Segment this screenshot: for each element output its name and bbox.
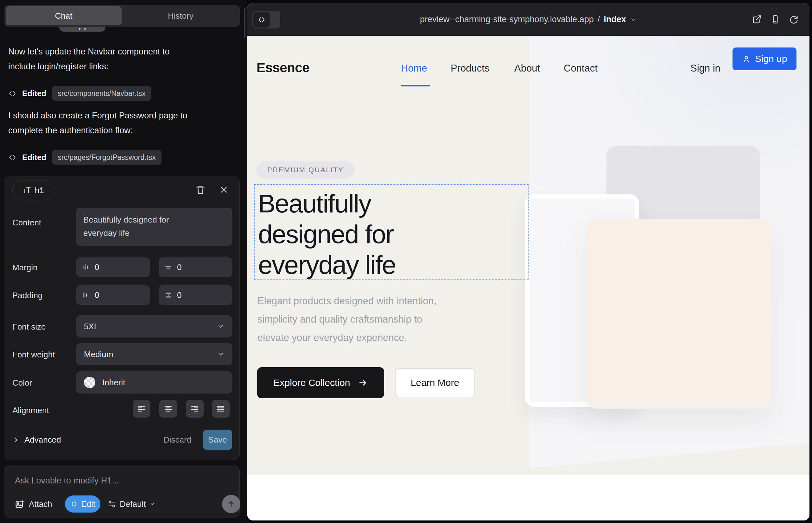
hero-title-line: Beautifully (258, 188, 395, 219)
clipped-message-pill (59, 26, 105, 32)
refresh-button[interactable] (789, 15, 798, 24)
edit-mode-button[interactable]: Edit (65, 495, 100, 512)
margin-horizontal-icon (82, 264, 90, 271)
content-label: Content (12, 218, 41, 228)
padding-x-input[interactable]: 0 (76, 285, 150, 305)
edited-file-row: Edited src/pages/ForgotPassword.tsx (8, 150, 161, 165)
assistant-message: Now let's update the Navbar component to… (8, 44, 198, 74)
edited-file-row: Edited src/components/Navbar.tsx (8, 86, 152, 101)
nav-active-underline (401, 85, 430, 86)
margin-vertical-icon (164, 264, 172, 271)
content-value: Beautifully designed for everyday life (83, 213, 191, 240)
chevron-down-icon (630, 16, 637, 23)
tab-history[interactable]: History (122, 5, 240, 26)
content-input[interactable]: Beautifully designed for everyday life (76, 208, 232, 246)
explore-collection-button[interactable]: Explore Collection (257, 367, 384, 398)
hero-description-line: Elegant products designed with intention… (258, 292, 436, 310)
hero-description-line: simplicity and quality craftsmanship to (258, 310, 436, 329)
arrow-right-icon (358, 378, 368, 387)
site-logo[interactable]: Essence (257, 60, 310, 75)
chat-history-tabbar: Chat History (4, 5, 240, 26)
padding-vertical-icon (164, 291, 172, 299)
padding-label: Padding (12, 291, 42, 301)
attach-label: Attach (29, 499, 52, 509)
sign-up-button[interactable]: Sign up (732, 48, 796, 70)
preview-frame: preview--charming-site-symphony.lovable.… (247, 3, 810, 521)
hero-title-line: everyday life (258, 250, 395, 280)
color-swatch (84, 377, 95, 388)
edited-label: Edited (22, 89, 46, 98)
code-view-toggle[interactable] (252, 11, 280, 29)
sign-in-link[interactable]: Sign in (690, 63, 721, 74)
element-tag: h1 (35, 185, 44, 195)
assistant-message: I should also create a Forgot Password p… (8, 108, 198, 138)
color-value: Inherit (102, 378, 125, 387)
chat-scrollbar[interactable] (244, 8, 245, 38)
mobile-view-button[interactable] (771, 15, 780, 24)
edited-file-chip[interactable]: src/pages/ForgotPassword.tsx (52, 150, 161, 165)
external-link-icon (752, 15, 762, 24)
font-weight-select[interactable]: Medium (76, 343, 232, 365)
nav-link-about[interactable]: About (514, 63, 540, 74)
nav-link-contact[interactable]: Contact (564, 63, 598, 74)
selected-element-chip[interactable]: тT h1 (12, 180, 54, 200)
align-right-button[interactable] (186, 400, 204, 418)
padding-y-value: 0 (177, 290, 181, 300)
dot (79, 28, 81, 30)
margin-y-input[interactable]: 0 (159, 257, 232, 277)
hero-badge: PREMIUM QUALITY (257, 161, 355, 179)
font-weight-value: Medium (84, 349, 113, 359)
chat-panel: Chat History Now let's update the Navbar… (0, 0, 247, 523)
next-section-background (247, 475, 810, 521)
chevron-down-icon (217, 323, 225, 330)
send-button[interactable] (222, 495, 240, 513)
hero-description-line: elevate your everyday experience. (258, 329, 436, 347)
arrow-up-icon (227, 500, 235, 508)
tab-chat-label: Chat (55, 11, 72, 21)
target-icon (70, 500, 78, 508)
edited-file-chip[interactable]: src/components/Navbar.tsx (52, 86, 151, 101)
nav-link-home[interactable]: Home (401, 63, 427, 74)
delete-element-button[interactable] (194, 183, 208, 197)
sign-up-label: Sign up (755, 54, 787, 64)
edited-label: Edited (22, 153, 46, 162)
type-icon: тT (22, 186, 31, 195)
chevron-right-icon (12, 436, 19, 443)
url-host: preview--charming-site-symphony.lovable.… (420, 15, 594, 24)
url-bar[interactable]: preview--charming-site-symphony.lovable.… (247, 3, 810, 36)
save-button[interactable]: Save (203, 430, 232, 450)
attach-button[interactable]: Attach (15, 495, 52, 512)
padding-horizontal-icon (82, 291, 90, 299)
color-select[interactable]: Inherit (76, 371, 232, 394)
app-root: Chat History Now let's update the Navbar… (0, 0, 812, 523)
font-weight-label: Font weight (12, 350, 55, 360)
color-label: Color (12, 378, 32, 388)
margin-label: Margin (12, 263, 37, 273)
margin-x-value: 0 (95, 263, 99, 272)
discard-button[interactable]: Discard (163, 430, 191, 450)
hero-title[interactable]: Beautifully designed for everyday life (258, 188, 395, 280)
font-size-label: Font size (12, 322, 46, 332)
align-center-button[interactable] (159, 400, 177, 418)
padding-x-value: 0 (95, 290, 99, 300)
hero-title-line: designed for (258, 219, 395, 250)
open-in-new-tab-button[interactable] (752, 15, 762, 24)
sliders-icon (107, 500, 116, 508)
tab-chat[interactable]: Chat (6, 6, 122, 25)
advanced-toggle[interactable]: Advanced (12, 430, 61, 450)
close-panel-button[interactable] (217, 183, 230, 196)
mode-select[interactable]: Default (107, 495, 156, 512)
padding-y-input[interactable]: 0 (159, 285, 232, 305)
url-separator: / (598, 15, 600, 24)
code-icon (253, 12, 270, 28)
chevron-down-icon (149, 501, 156, 507)
mode-label: Default (120, 499, 146, 509)
nav-link-products[interactable]: Products (451, 63, 489, 74)
align-justify-button[interactable] (212, 400, 230, 418)
font-size-value: 5XL (84, 322, 99, 331)
font-size-select[interactable]: 5XL (76, 315, 232, 338)
align-left-button[interactable] (133, 400, 151, 418)
composer-input[interactable]: Ask Lovable to modify H1... (15, 476, 119, 486)
learn-more-button[interactable]: Learn More (395, 368, 475, 397)
margin-x-input[interactable]: 0 (76, 257, 150, 277)
